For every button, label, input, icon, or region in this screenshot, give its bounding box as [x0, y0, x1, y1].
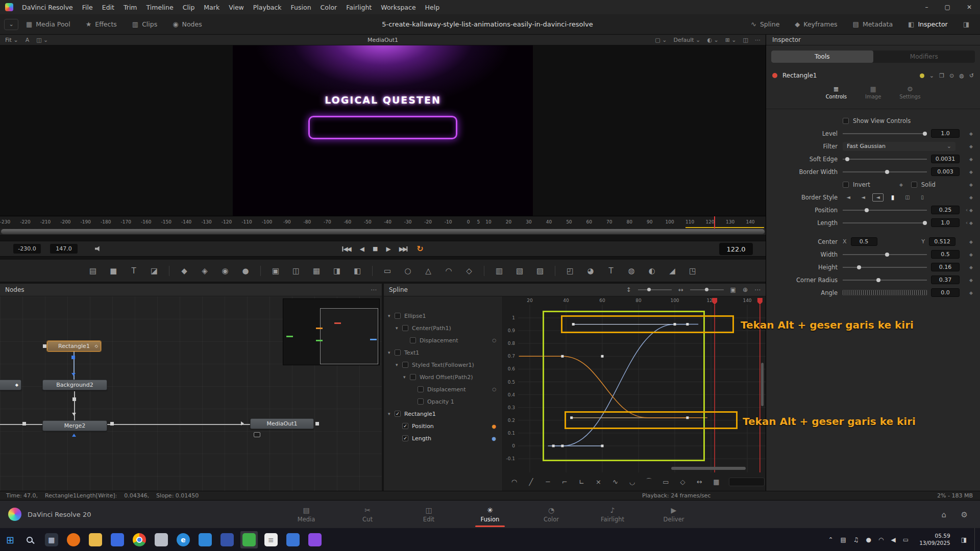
vector-motion-icon[interactable]: ▨	[530, 266, 550, 276]
tree-checkbox[interactable]	[395, 313, 401, 319]
node-navigator[interactable]	[283, 298, 380, 365]
pin-icon[interactable]: ⊙	[949, 72, 954, 79]
viewer-gamut-dropdown[interactable]: Default ⌄	[673, 37, 700, 43]
tab-tools[interactable]: Tools	[771, 51, 873, 63]
tab-settings[interactable]: ⚙ Settings	[899, 85, 920, 105]
chevron-down-icon[interactable]: ⌄	[929, 72, 934, 79]
menu-timeline[interactable]: Timeline	[142, 4, 178, 11]
taskbar-task-view[interactable]: ▦	[43, 531, 60, 548]
viewer-a-icon[interactable]: A	[26, 37, 30, 43]
corner-position-icon[interactable]: ◧	[347, 266, 368, 276]
davinci-logo-icon[interactable]	[8, 508, 21, 521]
viewer-grid-dropdown[interactable]: ⊞ ⌄	[725, 37, 737, 43]
viewer-split-dropdown[interactable]: ◫ ⌄	[36, 37, 48, 43]
solid-checkbox[interactable]	[911, 182, 917, 188]
node-output-connector[interactable]	[315, 422, 319, 425]
solid-keyframe-icon[interactable]: ◆	[960, 182, 973, 187]
tray-battery[interactable]: ▭	[903, 536, 909, 543]
horizontal-zoom-slider[interactable]	[690, 289, 724, 290]
viewer-lut-dropdown[interactable]: ◐ ⌄	[707, 37, 718, 43]
project-settings-icon[interactable]: ⚙	[961, 500, 968, 529]
linear-icon[interactable]: ╱	[523, 478, 540, 486]
position-slider[interactable]	[843, 210, 927, 211]
spline-tree-item[interactable]: Opacity 1	[384, 395, 502, 408]
search-icon[interactable]	[27, 537, 33, 543]
caret-down-icon[interactable]: ▾	[403, 374, 410, 380]
taskbar-app-blue-1[interactable]	[109, 531, 126, 548]
taskbar-app-blue-3[interactable]	[284, 531, 302, 548]
text-plus-icon[interactable]: T	[124, 266, 144, 276]
border-style-square-button[interactable]: ◄	[872, 193, 884, 202]
menu-color[interactable]: Color	[316, 4, 342, 11]
menu-edit[interactable]: Edit	[97, 4, 119, 11]
lock-icon[interactable]: ◍	[959, 72, 964, 79]
renderer-3d-icon[interactable]: ◳	[682, 266, 703, 276]
spline-vscrollbar[interactable]	[761, 363, 764, 406]
position-value[interactable]: 0.25	[931, 206, 960, 214]
spline-button[interactable]: ∿ Spline	[743, 14, 787, 34]
node-offscreen[interactable]: ◆	[0, 380, 21, 390]
page-deliver[interactable]: ▶Deliver	[643, 500, 704, 529]
soft-edge-value[interactable]: 0.0031	[931, 155, 960, 163]
metadata-button[interactable]: ▤ Metadata	[845, 14, 901, 34]
viewer-dual-icon[interactable]: ◫	[743, 37, 748, 43]
taskbar-app-blue-2[interactable]	[218, 531, 236, 548]
step-in-icon[interactable]: ⌐	[556, 478, 573, 486]
tray-media[interactable]: ♫	[853, 536, 859, 543]
go-to-end-button[interactable]: ▶▶	[399, 245, 407, 253]
border-cap-solid-button[interactable]: ▮	[887, 193, 898, 202]
caret-down-icon[interactable]: ▾	[396, 362, 402, 367]
length-slider[interactable]	[843, 222, 927, 223]
angle-value[interactable]: 0.0	[931, 288, 960, 297]
page-media[interactable]: ▤Media	[276, 500, 337, 529]
minimize-button[interactable]: –	[925, 4, 928, 11]
center-x-value[interactable]: 0.5	[851, 237, 877, 246]
corner-radius-value[interactable]: 0.37	[931, 276, 960, 284]
wire-connector[interactable]	[110, 422, 114, 425]
taskbar-firefox[interactable]	[65, 531, 82, 548]
wire-connector[interactable]	[72, 397, 76, 401]
timeline-playhead[interactable]	[714, 216, 715, 229]
mediaout-expand-box[interactable]	[254, 432, 260, 437]
border-width-value[interactable]: 0.003	[931, 167, 960, 176]
bspline-mask-icon[interactable]: ◠	[438, 266, 459, 276]
tree-checkbox[interactable]	[410, 337, 416, 343]
border-style-round-button[interactable]: ◄	[857, 193, 869, 202]
loop-button[interactable]: ↻	[416, 244, 423, 254]
timeline-zoom-scrollbar[interactable]	[0, 229, 766, 235]
spline-options-icon[interactable]: ⋯	[754, 286, 761, 293]
audio-mute-icon[interactable]	[95, 246, 102, 252]
show-keys-icon[interactable]: ◇	[674, 478, 691, 486]
center-y-value[interactable]: 0.512	[929, 237, 955, 246]
menu-davinci-resolve[interactable]: DaVinci Resolve	[17, 4, 78, 11]
close-button[interactable]: ✕	[967, 4, 972, 11]
keyframes-button[interactable]: ◆ Keyframes	[787, 14, 845, 34]
invert-checkbox[interactable]	[843, 182, 849, 188]
crop-icon[interactable]: ◨	[327, 266, 347, 276]
guides-icon[interactable]: ▦	[708, 478, 725, 486]
background-icon[interactable]: ■	[103, 266, 124, 276]
spline-tree-item[interactable]: Displacement○	[384, 334, 502, 346]
spline-hscrollbar[interactable]	[671, 467, 746, 470]
flat-icon[interactable]: ─	[540, 478, 556, 486]
quick-menu-button[interactable]: ⌄	[4, 19, 18, 30]
text-3d-icon[interactable]: T	[601, 266, 621, 276]
zoom-icon[interactable]: ⊕	[743, 286, 748, 293]
border-width-slider[interactable]	[843, 171, 927, 172]
node-graph[interactable]: ◆ Rectangle1 ◇ Background2 Merge2 MediaO…	[0, 296, 382, 491]
spline-tree-item[interactable]: ▾Word Offset(Path2)	[384, 371, 502, 383]
project-manager-icon[interactable]: ⌂	[941, 500, 946, 529]
invert-keyframe-icon[interactable]: ◆	[890, 182, 903, 187]
caret-down-icon[interactable]: ▾	[388, 411, 395, 416]
angle-thumbwheel[interactable]	[843, 290, 927, 295]
page-fusion[interactable]: ✳Fusion	[459, 500, 521, 529]
inspector-button[interactable]: ◧ Inspector	[900, 14, 955, 34]
ease-out-icon[interactable]: ⌒	[641, 477, 657, 486]
tree-checkbox[interactable]	[418, 386, 424, 392]
spline-tree-item[interactable]: ✓Length●	[384, 432, 502, 444]
border-cap-hollow-button[interactable]: ▯	[917, 193, 928, 202]
taskbar-chrome[interactable]	[131, 531, 148, 548]
spline-tree-item[interactable]: ✓Position●	[384, 420, 502, 432]
angle-keyframe-icon[interactable]: ◆	[960, 290, 973, 295]
timeline-ruler[interactable]: -230-220-210-200-190-180-170-160-150-140…	[0, 216, 766, 229]
